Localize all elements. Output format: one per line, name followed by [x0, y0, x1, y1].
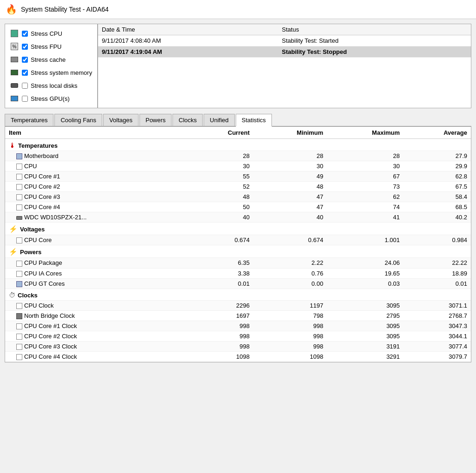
item-minimum: 47: [253, 202, 327, 212]
table-row: CPU Core #2 Clock 998 998 3095 3044.1: [5, 331, 471, 341]
item-maximum: 1.001: [327, 235, 403, 245]
item-label: Motherboard: [5, 151, 190, 161]
category-row: ⏱Clocks: [5, 289, 471, 300]
item-minimum: 49: [253, 171, 327, 182]
item-maximum: 3095: [327, 321, 403, 331]
stress-checkbox-gpu[interactable]: [22, 96, 28, 102]
item-label: CPU Core #1 Clock: [5, 321, 190, 331]
item-average: 2768.7: [403, 310, 471, 321]
table-row: CPU Core #1 Clock 998 998 3095 3047.3: [5, 321, 471, 331]
tab-unified[interactable]: Unified: [204, 114, 234, 126]
table-row: North Bridge Clock 1697 798 2795 2768.7: [5, 310, 471, 321]
item-label: North Bridge Clock: [5, 310, 190, 321]
tab-cooling-fans[interactable]: Cooling Fans: [54, 114, 102, 126]
stress-option-fpu: % Stress FPU: [10, 41, 93, 52]
item-current: 55: [190, 171, 253, 182]
table-row: CPU Package 6.35 2.22 24.06 22.22: [5, 258, 471, 268]
item-maximum: 74: [327, 202, 403, 212]
item-minimum: 47: [253, 192, 327, 202]
col-average: Average: [403, 127, 471, 139]
item-current: 40: [190, 212, 253, 223]
stress-checkbox-fpu[interactable]: [22, 44, 28, 50]
item-label: WDC WD10SPZX-21...: [5, 212, 190, 223]
item-average: 40.2: [403, 212, 471, 223]
stress-checkbox-cache[interactable]: [22, 57, 28, 63]
stress-options-panel: Stress CPU % Stress FPU Stress cache Str…: [5, 24, 98, 108]
category-label: 🌡Temperatures: [5, 139, 471, 151]
item-maximum: 24.06: [327, 258, 403, 268]
item-minimum: 0.76: [253, 268, 327, 278]
tab-temperatures[interactable]: Temperatures: [5, 114, 53, 126]
log-status: Stability Test: Stopped: [278, 46, 471, 58]
table-row: CPU IA Cores 3.38 0.76 19.65 18.89: [5, 268, 471, 278]
item-average: 0.984: [403, 235, 471, 245]
tab-clocks[interactable]: Clocks: [172, 114, 203, 126]
tab-voltages[interactable]: Voltages: [103, 114, 139, 126]
item-maximum: 3095: [327, 331, 403, 341]
item-current: 1098: [190, 351, 253, 361]
item-label: CPU Core #2 Clock: [5, 331, 190, 341]
col-minimum: Minimum: [253, 127, 327, 139]
item-maximum: 30: [327, 161, 403, 171]
log-datetime: 9/11/2017 4:08:40 AM: [98, 35, 278, 46]
log-row: 9/11/2017 4:19:04 AMStability Test: Stop…: [98, 46, 471, 58]
stress-checkbox-cpu[interactable]: [22, 31, 28, 37]
item-maximum: 19.65: [327, 268, 403, 278]
item-label: CPU Core #4: [5, 202, 190, 212]
item-maximum: 62: [327, 192, 403, 202]
stress-label-gpu: Stress GPU(s): [31, 95, 70, 102]
statistics-table: Item Current Minimum Maximum Average 🌡Te…: [5, 127, 471, 362]
table-row: CPU Core #4 Clock 1098 1098 3291 3079.7: [5, 351, 471, 361]
table-row: CPU Core #4 50 47 74 68.5: [5, 202, 471, 212]
item-label: CPU Core: [5, 235, 190, 245]
item-label: CPU Core #3: [5, 192, 190, 202]
item-maximum: 3291: [327, 351, 403, 361]
item-maximum: 67: [327, 171, 403, 182]
top-section: Stress CPU % Stress FPU Stress cache Str…: [5, 24, 471, 108]
item-average: 3044.1: [403, 331, 471, 341]
tab-powers[interactable]: Powers: [139, 114, 172, 126]
stress-icon-fpu: %: [10, 42, 19, 51]
col-current: Current: [190, 127, 253, 139]
stress-icon-memory: [10, 68, 19, 77]
item-maximum: 73: [327, 182, 403, 192]
item-average: 3079.7: [403, 351, 471, 361]
item-average: 27.9: [403, 151, 471, 161]
item-minimum: 0.00: [253, 278, 327, 289]
stress-option-memory: Stress system memory: [10, 67, 93, 78]
category-label: ⚡Voltages: [5, 223, 471, 235]
item-minimum: 30: [253, 161, 327, 171]
log-header-datetime: Date & Time: [98, 24, 278, 35]
table-row: WDC WD10SPZX-21... 40 40 41 40.2: [5, 212, 471, 223]
item-average: 62.8: [403, 171, 471, 182]
item-average: 22.22: [403, 258, 471, 268]
stress-label-cpu: Stress CPU: [31, 30, 62, 37]
stress-label-fpu: Stress FPU: [31, 43, 61, 50]
item-current: 2296: [190, 300, 253, 310]
title-bar: 🔥 System Stability Test - AIDA64: [0, 0, 476, 19]
table-row: CPU Core #3 48 47 62 58.4: [5, 192, 471, 202]
main-content: Stress CPU % Stress FPU Stress cache Str…: [0, 19, 476, 367]
item-current: 998: [190, 331, 253, 341]
statistics-panel: Item Current Minimum Maximum Average 🌡Te…: [5, 127, 471, 362]
stress-checkbox-disks[interactable]: [22, 83, 28, 89]
item-label: CPU Package: [5, 258, 190, 268]
col-item: Item: [5, 127, 190, 139]
item-minimum: 48: [253, 182, 327, 192]
stress-icon-cache: [10, 55, 19, 64]
tab-bar: TemperaturesCooling FansVoltagesPowersCl…: [5, 112, 471, 127]
stress-option-cache: Stress cache: [10, 54, 93, 65]
stress-checkbox-memory[interactable]: [22, 70, 28, 76]
table-row: CPU 30 30 30 29.9: [5, 161, 471, 171]
item-label: CPU Core #4 Clock: [5, 351, 190, 361]
category-label: ⏱Clocks: [5, 289, 471, 300]
log-status: Stability Test: Started: [278, 35, 471, 46]
category-row: ⚡Voltages: [5, 223, 471, 235]
item-minimum: 798: [253, 310, 327, 321]
stress-icon-cpu: [10, 29, 19, 38]
tab-statistics[interactable]: Statistics: [236, 114, 272, 127]
stress-label-disks: Stress local disks: [31, 82, 77, 89]
table-row: Motherboard 28 28 28 27.9: [5, 151, 471, 161]
table-row: CPU Clock 2296 1197 3095 3071.1: [5, 300, 471, 310]
app-icon: 🔥: [6, 4, 17, 15]
